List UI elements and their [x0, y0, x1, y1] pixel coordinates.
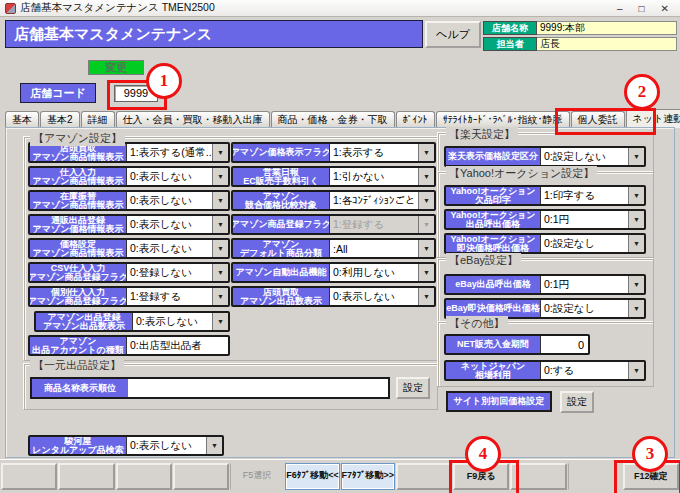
close-icon[interactable]: ✕: [661, 1, 669, 16]
dropdown-value[interactable]: 1:表示する(通常...: [126, 144, 212, 161]
function-key-button[interactable]: F12確定: [623, 463, 679, 490]
setting-row: 在庫振替 アマゾン商品情報表示 0:表示しない ▼: [28, 190, 230, 211]
tab[interactable]: 基本2: [40, 111, 80, 128]
dropdown-value[interactable]: 0:1円: [540, 211, 628, 228]
chevron-down-icon[interactable]: ▼: [418, 240, 434, 257]
dropdown-value[interactable]: 1:登録する: [126, 288, 212, 305]
chevron-down-icon[interactable]: ▼: [206, 437, 222, 454]
chevron-down-icon[interactable]: ▼: [212, 192, 228, 209]
setting-row: 店頭買取 アマゾン出品数表示 0:表示しない ▼: [231, 286, 436, 307]
dropdown-value[interactable]: 0:出店型出品者: [126, 337, 228, 354]
function-key-button[interactable]: F7ﾀﾌﾞ移動>>: [341, 463, 395, 490]
site-settei-button[interactable]: 設定: [560, 391, 594, 413]
chevron-down-icon[interactable]: ▼: [628, 148, 644, 165]
field-label: 価格設定 アマゾン商品情報表示: [30, 240, 126, 257]
chevron-down-icon[interactable]: ▼: [418, 216, 434, 233]
function-key-button[interactable]: [510, 463, 566, 490]
dropdown-value[interactable]: 0:表示しない: [126, 168, 212, 185]
chevron-down-icon[interactable]: ▼: [418, 288, 434, 305]
ichigen-settei-button[interactable]: 設定: [396, 377, 430, 399]
chevron-down-icon[interactable]: ▼: [212, 168, 228, 185]
tab[interactable]: 商品・価格・金券・下取: [271, 111, 395, 128]
chevron-down-icon[interactable]: ▼: [628, 276, 644, 293]
minimize-icon[interactable]: –: [617, 1, 623, 16]
chevron-down-icon[interactable]: ▼: [212, 264, 228, 281]
window-title: 店舗基本マスタメンテナンス TMEN2500: [20, 1, 215, 15]
dropdown-value[interactable]: 0:表示しない: [126, 216, 212, 233]
dropdown-value[interactable]: 1:各ｺﾝﾃﾞｨｼｮﾝごと: [329, 192, 418, 209]
dropdown-value[interactable]: 0:表示しない: [329, 288, 418, 305]
setting-row: eBay出品呼出価格 0:1円 ▼: [444, 274, 646, 295]
tab[interactable]: 基本: [5, 111, 39, 128]
chevron-down-icon[interactable]: ▼: [212, 240, 228, 257]
help-button[interactable]: ヘルプ: [425, 21, 481, 48]
function-key-button[interactable]: F9戻る: [453, 463, 509, 490]
function-key-button[interactable]: F6ﾀﾌﾞ移動<<: [285, 463, 339, 490]
tab[interactable]: 仕入・会員・買取・移動入出庫: [116, 111, 270, 128]
dropdown-value[interactable]: 0:設定なし: [540, 300, 628, 317]
setting-row: アマゾン価格表示フラグ 1:表示する ▼: [231, 142, 436, 163]
info-value: 店長: [537, 37, 677, 51]
setting-row: アマゾン デフォルト商品分類 :All ▼: [231, 238, 436, 259]
chevron-down-icon[interactable]: ▼: [628, 235, 644, 252]
function-key-button[interactable]: [173, 463, 229, 490]
setting-row: 楽天表示価格設定区分 0:設定しない ▼: [444, 146, 646, 167]
tab[interactable]: ネット連動設定: [626, 109, 680, 128]
tab[interactable]: 詳細: [81, 111, 115, 128]
dropdown-value[interactable]: 0:表示しない: [132, 313, 212, 330]
chevron-down-icon[interactable]: ▼: [628, 300, 644, 317]
chevron-down-icon[interactable]: ▼: [628, 211, 644, 228]
setting-row: Yahoo!オークション即決価格呼出価格 0:設定なし ▼: [444, 233, 646, 254]
chevron-down-icon[interactable]: ▼: [418, 144, 434, 161]
dropdown-value[interactable]: 1:表示する: [329, 144, 418, 161]
dropdown-value[interactable]: 0:登録しない: [126, 264, 212, 281]
function-key-button[interactable]: F5選択: [230, 463, 284, 490]
function-key-button[interactable]: [396, 463, 452, 490]
dropdown-value[interactable]: 1:引かない: [329, 168, 418, 185]
function-key-button[interactable]: [1, 463, 57, 490]
function-key-bar: F5選択 F6ﾀﾌﾞ移動<< F7ﾀﾌﾞ移動>> F9戻る F12確定: [0, 459, 680, 493]
dropdown-value[interactable]: 0:する: [540, 362, 628, 379]
function-key-button[interactable]: [58, 463, 114, 490]
dropdown-value[interactable]: 0:設定なし: [540, 235, 628, 252]
dropdown-value[interactable]: 1:印字する: [540, 187, 628, 204]
chevron-down-icon[interactable]: ▼: [418, 192, 434, 209]
setting-row: 営業日報 EC販売手数料引く 1:引かない ▼: [231, 166, 436, 187]
chevron-down-icon[interactable]: ▼: [418, 264, 434, 281]
dropdown-value[interactable]: :All: [329, 240, 418, 257]
net-payment-period-row: NET販売入金期間 0: [444, 334, 590, 355]
change-mode-button[interactable]: 変更: [88, 60, 144, 75]
product-name-order-input[interactable]: [128, 379, 388, 397]
setting-row: ネットジャパン相場利用 0:する ▼: [444, 360, 646, 381]
chevron-down-icon[interactable]: ▼: [212, 313, 228, 330]
dropdown-value[interactable]: 0:表示しない: [126, 192, 212, 209]
chevron-down-icon[interactable]: ▼: [628, 187, 644, 204]
chevron-down-icon[interactable]: ▼: [418, 168, 434, 185]
maximize-icon[interactable]: □: [639, 1, 645, 16]
dropdown-value[interactable]: 0:利用しない: [329, 264, 418, 281]
info-row: 担当者 店長: [483, 37, 677, 51]
function-key-button[interactable]: [116, 463, 172, 490]
field-label: eBay出品呼出価格: [446, 276, 540, 293]
dropdown-value[interactable]: 0:1円: [540, 276, 628, 293]
field-label: Yahoo!オークション出品呼出価格: [446, 211, 540, 228]
field-label: 在庫振替 アマゾン商品情報表示: [30, 192, 126, 209]
chevron-down-icon[interactable]: ▼: [212, 288, 228, 305]
dropdown-value[interactable]: 1:登録する: [329, 216, 418, 233]
chevron-down-icon[interactable]: ▼: [628, 362, 644, 379]
dropdown-value[interactable]: 0:設定しない: [540, 148, 628, 165]
chevron-down-icon[interactable]: ▼: [212, 216, 228, 233]
net-payment-period-field[interactable]: 0: [540, 336, 588, 353]
titlebar: 店舗基本マスタメンテナンス TMEN2500 – □ ✕: [0, 0, 680, 17]
function-key-button[interactable]: [568, 463, 622, 490]
field-label: NET販売入金期間: [446, 336, 540, 353]
tab[interactable]: ﾎﾟｲﾝﾄ: [396, 111, 435, 128]
chevron-down-icon[interactable]: ▼: [212, 144, 228, 161]
store-code-field[interactable]: 9999: [114, 85, 158, 102]
dropdown-value[interactable]: 0:表示しない: [126, 240, 212, 257]
product-name-order-row: 商品名称表示順位: [30, 377, 390, 399]
tab[interactable]: ｻﾃﾗｲﾄｶｰﾄﾞ･ﾗﾍﾞﾙ･指紋･静脈: [436, 111, 570, 128]
field-label: 楽天表示価格設定区分: [446, 148, 540, 165]
dropdown-value[interactable]: 0:表示しない: [126, 437, 206, 454]
tab[interactable]: 個人委託: [571, 111, 625, 128]
